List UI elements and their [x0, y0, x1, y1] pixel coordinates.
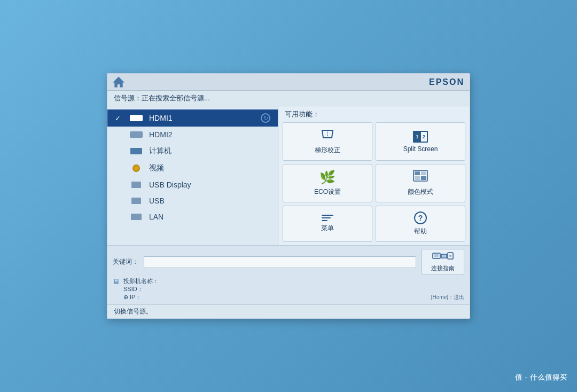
bottom-row1: 关键词： 连接指南: [113, 249, 464, 275]
projector-network-icon: 🖥: [113, 277, 120, 286]
source-label-hdmi2: HDMI2: [149, 130, 173, 139]
refresh-icon[interactable]: ↻: [261, 113, 270, 123]
source-label-lan: LAN: [149, 213, 163, 221]
usb-icon: [129, 197, 144, 205]
source-bar: 信号源：正在搜索全部信号源...: [107, 91, 470, 106]
splitscreen-label: Split Screen: [403, 145, 438, 153]
usb-display-icon: [129, 181, 144, 189]
connect-label: 连接指南: [431, 264, 455, 272]
lan-icon: [129, 213, 144, 221]
source-label-video: 视频: [149, 163, 164, 173]
colormode-icon: [413, 170, 428, 185]
svg-rect-6: [421, 176, 426, 180]
status-bar: 切换信号源。: [107, 304, 470, 318]
computer-icon: [129, 147, 144, 155]
source-label-usb-display: USB Display: [149, 181, 191, 189]
source-label-computer: 计算机: [149, 146, 171, 156]
source-item-computer[interactable]: 计算机: [107, 143, 278, 160]
check-icon: ✓: [115, 114, 123, 122]
feature-splitscreen-btn[interactable]: 1 2 Split Screen: [376, 122, 465, 161]
title-bar: EPSON: [107, 74, 470, 91]
ip-value: IP：: [130, 294, 141, 300]
source-item-lan[interactable]: LAN: [107, 209, 278, 225]
svg-point-12: [449, 255, 451, 257]
menu-icon: [322, 215, 333, 221]
brand-label: EPSON: [429, 77, 464, 87]
feature-eco-btn[interactable]: 🌿 ECO设置: [283, 164, 372, 202]
menu-label: 菜单: [321, 224, 334, 233]
source-item-video[interactable]: 视频: [107, 160, 278, 177]
source-list: ✓ HDMI1 ↻ HDMI2: [107, 106, 278, 245]
source-item-hdmi2[interactable]: HDMI2: [107, 127, 278, 143]
keyword-label: 关键词：: [113, 257, 138, 266]
trapezoid-label: 梯形校正: [315, 146, 340, 155]
colormode-label: 颜色模式: [408, 187, 433, 197]
svg-rect-3: [415, 171, 420, 175]
features-grid: 梯形校正 1 2 Split Screen: [283, 122, 465, 202]
source-item-usb[interactable]: USB: [107, 193, 278, 209]
ip-label: ⊕: [123, 294, 130, 300]
watermark: 值 · 什么值得买: [515, 373, 567, 382]
svg-rect-10: [442, 255, 446, 257]
video-icon: [129, 164, 144, 173]
source-item-usb-display[interactable]: USB Display: [107, 177, 278, 193]
source-label-hdmi1: HDMI1: [149, 114, 173, 122]
status-text: 切换信号源。: [114, 308, 152, 315]
source-item-hdmi1[interactable]: ✓ HDMI1 ↻: [107, 109, 278, 127]
home-hint: [Home]：退出: [431, 294, 464, 301]
svg-rect-8: [434, 254, 439, 257]
projector-info: 投影机名称： SSID： ⊕ IP：: [123, 277, 428, 301]
connect-btn[interactable]: 连接指南: [422, 249, 464, 275]
features-label: 可用功能：: [283, 109, 465, 119]
keyword-input[interactable]: [144, 256, 416, 268]
splitscreen-icon: 1 2: [413, 131, 428, 143]
home-icon[interactable]: [113, 76, 124, 88]
projector-name-label: 投影机名称：: [123, 278, 159, 284]
main-content: ✓ HDMI1 ↻ HDMI2: [107, 106, 470, 245]
bottom-row2: 🖥 投影机名称： SSID： ⊕ IP： [Home]：退出: [113, 277, 464, 301]
source-label-usb: USB: [149, 197, 165, 205]
feature-trapezoid-btn[interactable]: 梯形校正: [283, 122, 372, 161]
svg-rect-4: [421, 171, 426, 175]
eco-label: ECO设置: [314, 187, 341, 197]
action-row: 菜单 ? 帮助: [283, 206, 465, 242]
help-label: 帮助: [414, 227, 427, 236]
menu-btn[interactable]: 菜单: [283, 206, 372, 242]
help-btn[interactable]: ? 帮助: [376, 206, 465, 242]
hdmi1-icon: [129, 114, 144, 122]
features-panel: 可用功能： 梯形校正: [278, 106, 470, 245]
watermark-text: 值 · 什么值得买: [515, 373, 567, 381]
menu-panel: EPSON 信号源：正在搜索全部信号源... ✓ HDMI1 ↻: [107, 73, 470, 319]
help-icon: ?: [414, 211, 427, 224]
source-bar-text: 信号源：正在搜索全部信号源...: [114, 94, 210, 102]
svg-rect-5: [415, 176, 420, 180]
projector-background: EPSON 信号源：正在搜索全部信号源... ✓ HDMI1 ↻: [0, 0, 577, 392]
eco-icon: 🌿: [319, 170, 336, 185]
connect-icon: [432, 252, 454, 263]
bottom-bar: 关键词： 连接指南: [107, 245, 470, 304]
ssid-label: SSID：: [123, 286, 143, 292]
trapezoid-icon: [320, 128, 335, 143]
feature-colormode-btn[interactable]: 颜色模式: [376, 164, 465, 202]
hdmi2-icon: [129, 130, 144, 139]
